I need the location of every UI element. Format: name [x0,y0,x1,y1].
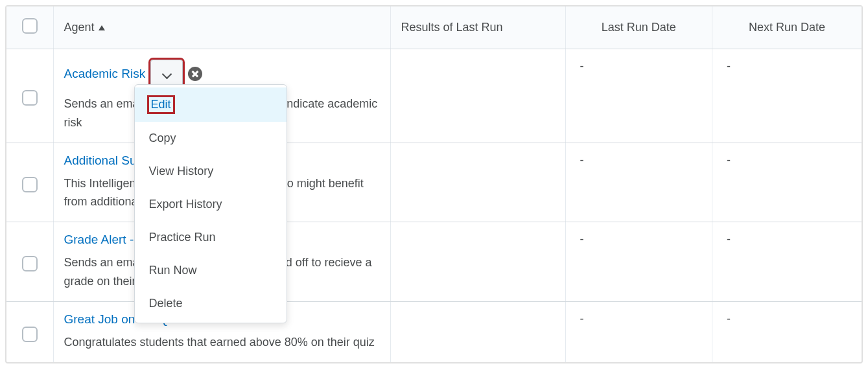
row-checkbox-cell [6,143,53,222]
last-run-cell: - [565,222,712,302]
header-agent-label: Agent [64,21,95,34]
header-next-run: Next Run Date [712,6,862,49]
agent-description: Congratulates students that earned above… [64,333,380,352]
table-row: Academic Risk Sends an email to the stud… [6,49,862,143]
results-cell [390,222,565,302]
agent-cell: Academic Risk Sends an email to the stud… [53,49,390,143]
results-cell [390,143,565,222]
agents-table-wrapper: Agent Results of Last Run Last Run Date … [5,5,863,363]
menu-item-delete[interactable]: Delete [135,287,287,320]
next-run-cell: - [712,222,862,302]
header-checkbox-cell [6,6,53,49]
last-run-cell: - [565,143,712,222]
row-checkbox[interactable] [22,327,38,342]
agents-table: Agent Results of Last Run Last Run Date … [6,6,862,362]
last-run-cell: - [565,301,712,362]
next-run-cell: - [712,301,862,362]
table-header-row: Agent Results of Last Run Last Run Date … [6,6,862,49]
sort-asc-icon [99,25,105,30]
menu-item-run-now[interactable]: Run Now [135,254,287,287]
row-checkbox-cell [6,301,53,362]
header-results: Results of Last Run [390,6,565,49]
sort-agent-header[interactable]: Agent [64,21,105,34]
chevron-down-icon [162,69,171,78]
row-checkbox[interactable] [22,256,38,271]
disabled-icon [188,67,202,81]
menu-item-view-history[interactable]: View History [135,155,287,188]
last-run-cell: - [565,49,712,143]
menu-item-copy[interactable]: Copy [135,122,287,155]
header-last-run: Last Run Date [565,6,712,49]
results-cell [390,49,565,143]
menu-item-export-history[interactable]: Export History [135,188,287,221]
next-run-cell: - [712,143,862,222]
actions-dropdown: Edit Copy View History Export History Pr… [134,84,287,323]
results-cell [390,301,565,362]
row-checkbox-cell [6,222,53,302]
header-agent[interactable]: Agent [53,6,390,49]
row-checkbox[interactable] [22,90,38,106]
menu-item-practice-run[interactable]: Practice Run [135,221,287,254]
select-all-checkbox[interactable] [22,18,38,34]
next-run-cell: - [712,49,862,143]
menu-item-edit[interactable]: Edit [135,87,287,122]
row-checkbox-cell [6,49,53,143]
row-checkbox[interactable] [22,177,38,192]
agent-link[interactable]: Academic Risk [64,67,146,81]
